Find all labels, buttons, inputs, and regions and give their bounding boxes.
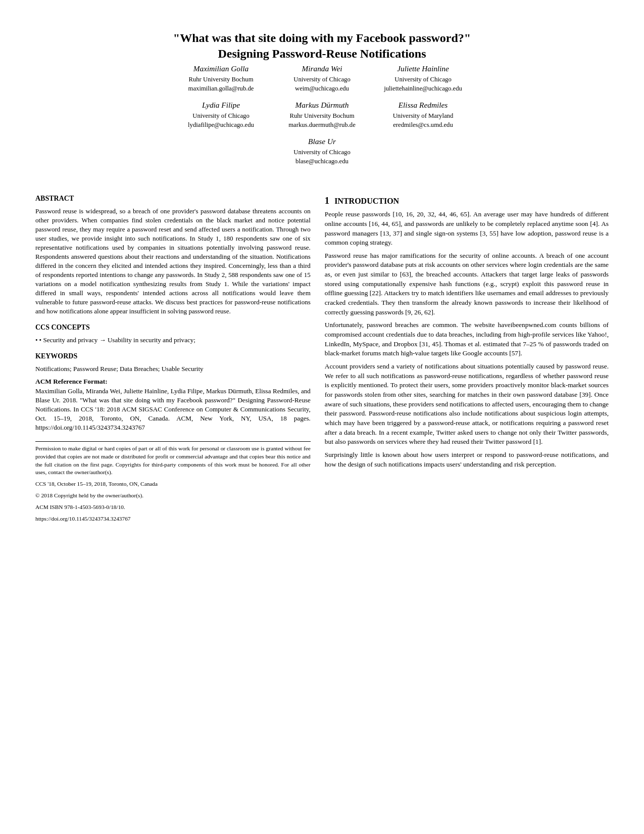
author-hainline: Juliette Hainline University of Chicago …	[373, 64, 474, 93]
abstract-heading: ABSTRACT	[35, 194, 311, 204]
right-column: 1 INTRODUCTION People reuse passwords [1…	[325, 187, 609, 527]
left-column: ABSTRACT Password reuse is widespread, s…	[35, 187, 311, 527]
author-duermuth: Markus Dürmuth Ruhr University Bochum ma…	[272, 100, 373, 129]
acm-ref-heading: ACM Reference Format:	[35, 378, 108, 385]
author-golla: Maximilian Golla Ruhr University Bochum …	[171, 64, 272, 93]
keywords-heading: KEYWORDS	[35, 352, 311, 361]
intro-paragraphs: People reuse passwords [10, 16, 20, 32, …	[325, 210, 609, 469]
author-filipe: Lydia Filipe University of Chicago lydia…	[171, 100, 272, 129]
author-wei: Miranda Wei University of Chicago weim@u…	[272, 64, 373, 93]
ccs-body: •• Security and privacy → Usability in s…	[35, 336, 311, 345]
author-redmiles: Elissa Redmiles University of Maryland e…	[373, 100, 474, 129]
author-ur: Blase Ur University of Chicago blase@uch…	[272, 136, 373, 166]
title-section: "What was that site doing with my Facebo…	[35, 30, 609, 173]
acm-ref-section: ACM Reference Format: Maximilian Golla, …	[35, 377, 311, 432]
main-content: ABSTRACT Password reuse is widespread, s…	[35, 187, 609, 527]
authors-row-3: Blase Ur University of Chicago blase@uch…	[35, 136, 609, 173]
paper-title: "What was that site doing with my Facebo…	[35, 30, 609, 62]
authors-row-2: Lydia Filipe University of Chicago lydia…	[35, 100, 609, 136]
acm-ref-body: Maximilian Golla, Miranda Wei, Juliette …	[35, 387, 311, 432]
intro-heading: 1 INTRODUCTION	[325, 194, 609, 207]
footer-section: Permission to make digital or hard copie…	[35, 441, 311, 523]
page-container: "What was that site doing with my Facebo…	[35, 30, 609, 527]
ccs-heading: CCS CONCEPTS	[35, 323, 311, 333]
abstract-body: Password reuse is widespread, so a breac…	[35, 207, 311, 316]
authors-row-1: Maximilian Golla Ruhr University Bochum …	[35, 64, 609, 100]
keywords-body: Notifications; Password Reuse; Data Brea…	[35, 364, 311, 374]
